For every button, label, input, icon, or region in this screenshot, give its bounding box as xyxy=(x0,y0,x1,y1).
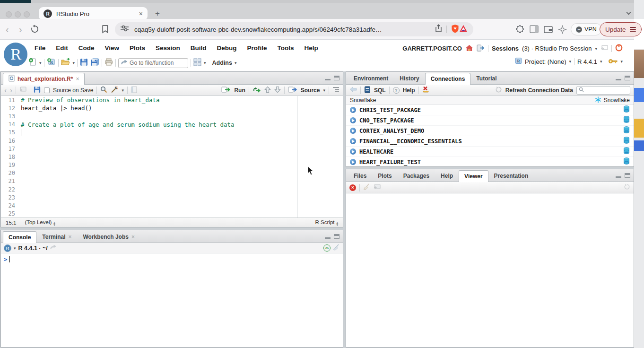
connection-object-row[interactable]: CHRIS_TEST_PACKAGE xyxy=(346,105,634,115)
database-icon[interactable] xyxy=(623,137,630,146)
editor-line-20[interactable]: 20 xyxy=(1,169,343,177)
menu-debug[interactable]: Debug xyxy=(212,44,242,52)
forward-button[interactable]: › xyxy=(19,24,22,35)
sidebar-icon[interactable] xyxy=(530,25,539,35)
sessions-caret-icon[interactable]: ▾ xyxy=(595,46,597,51)
find-replace-icon[interactable] xyxy=(100,86,107,95)
extensions-icon[interactable] xyxy=(515,25,524,36)
share-icon[interactable] xyxy=(435,24,442,35)
menu-edit[interactable]: Edit xyxy=(51,44,73,52)
run-icon[interactable] xyxy=(221,87,231,94)
tab-plots[interactable]: Plots xyxy=(372,170,397,182)
home-icon[interactable] xyxy=(465,44,473,53)
tab-workbench-jobs[interactable]: Workbench Jobs× xyxy=(77,231,140,243)
console-caret-icon[interactable]: ▾ xyxy=(14,246,16,251)
wallet-icon[interactable] xyxy=(544,25,553,35)
run-button[interactable]: Run xyxy=(234,87,245,94)
sql-button[interactable]: SQL xyxy=(374,87,386,94)
menu-session[interactable]: Session xyxy=(150,44,185,52)
source-forward-icon[interactable]: › xyxy=(10,86,12,94)
site-settings-icon[interactable] xyxy=(121,25,129,34)
brave-shield-icon[interactable] xyxy=(451,24,459,35)
maximize-pane-icon[interactable] xyxy=(625,76,630,80)
editor-line-15[interactable]: 15 xyxy=(1,129,343,137)
minimize-pane-icon[interactable] xyxy=(325,76,331,80)
pane-layout-caret-icon[interactable]: ▾ xyxy=(204,61,206,65)
connections-back-icon[interactable] xyxy=(349,87,357,94)
bookmark-icon[interactable] xyxy=(101,25,109,35)
save-all-icon[interactable] xyxy=(90,58,99,68)
expand-icon[interactable] xyxy=(350,159,356,165)
clear-console-icon[interactable] xyxy=(333,244,340,252)
editor-line-25[interactable]: 25 xyxy=(1,210,343,218)
connection-object-row[interactable]: HEART_FAILURE_TEST xyxy=(346,157,634,166)
expand-icon[interactable] xyxy=(350,128,356,134)
editor-line-24[interactable]: 24 xyxy=(1,201,343,209)
tab-history[interactable]: History xyxy=(394,72,425,84)
popout-window-icon[interactable] xyxy=(19,87,26,94)
code-tools-wand-icon[interactable] xyxy=(111,86,118,95)
viewer-popout-icon[interactable] xyxy=(374,184,381,191)
tab-connections[interactable]: Connections xyxy=(425,73,471,85)
expand-icon[interactable] xyxy=(350,117,356,123)
credentials-caret-icon[interactable]: ▾ xyxy=(620,59,623,64)
goto-file-function-box[interactable] xyxy=(118,58,188,68)
sessions-label[interactable]: Sessions xyxy=(492,45,519,52)
tab-close-icon[interactable]: × xyxy=(139,10,143,17)
menu-code[interactable]: Code xyxy=(73,44,100,52)
database-icon[interactable] xyxy=(623,116,630,125)
print-icon[interactable] xyxy=(104,58,113,68)
tab-terminal[interactable]: Terminal× xyxy=(36,231,77,243)
maximize-pane-icon[interactable] xyxy=(334,234,339,239)
reload-button[interactable] xyxy=(30,25,39,35)
viewer-refresh-icon[interactable] xyxy=(624,183,630,191)
database-icon[interactable] xyxy=(623,157,630,166)
sql-icon[interactable] xyxy=(364,86,371,95)
tab-tutorial[interactable]: Tutorial xyxy=(470,72,502,84)
addins-button[interactable]: Addins xyxy=(212,60,232,66)
browser-menu-icon[interactable] xyxy=(630,26,636,33)
menu-help[interactable]: Help xyxy=(299,44,323,52)
disconnect-icon[interactable] xyxy=(422,86,429,94)
expand-icon[interactable] xyxy=(350,107,356,113)
connections-search-input[interactable] xyxy=(586,87,627,93)
open-file-caret-icon[interactable]: ▾ xyxy=(73,61,75,65)
tab-packages[interactable]: Packages xyxy=(398,170,435,182)
editor-line-12[interactable]: 12heart_data |> head() xyxy=(1,104,343,112)
go-down-section-icon[interactable] xyxy=(274,86,281,95)
help-button[interactable]: Help xyxy=(403,87,415,94)
compile-report-icon[interactable] xyxy=(131,86,137,95)
traffic-light-minimize[interactable] xyxy=(15,11,21,17)
tab-help[interactable]: Help xyxy=(435,170,459,182)
new-session-icon[interactable] xyxy=(600,45,608,52)
back-button[interactable]: ‹ xyxy=(6,24,9,35)
pane-layout-grid-icon[interactable] xyxy=(193,58,201,68)
quit-session-power-icon[interactable] xyxy=(615,44,623,53)
source-script-icon[interactable] xyxy=(288,87,297,94)
sign-out-icon[interactable] xyxy=(477,44,485,53)
console-popout-icon[interactable] xyxy=(50,245,57,252)
database-icon[interactable] xyxy=(623,147,630,156)
r-version-selector[interactable]: R 4.4.1 xyxy=(577,58,597,65)
connection-object-row[interactable]: FINANCIAL__ECONOMIC_ESSENTIALS xyxy=(346,136,634,147)
go-up-section-icon[interactable] xyxy=(264,86,271,95)
traffic-light-zoom[interactable] xyxy=(24,11,30,17)
tab-viewer[interactable]: Viewer xyxy=(459,170,488,182)
maximize-pane-icon[interactable] xyxy=(334,76,339,80)
project-caret-icon[interactable]: ▾ xyxy=(569,59,571,64)
editor-line-18[interactable]: 18 xyxy=(1,153,343,161)
project-selector[interactable]: Project: (None) xyxy=(525,58,566,65)
maximize-pane-icon[interactable] xyxy=(625,173,630,178)
tab-console[interactable]: Console xyxy=(3,231,36,243)
address-bar[interactable]: cqaq5y-duloftf-posit-software-pbc-dev.sn… xyxy=(115,22,473,36)
scope-selector[interactable]: (Top Level)▴▾ xyxy=(25,219,55,226)
editor-line-21[interactable]: 21 xyxy=(1,177,343,185)
tab-close-icon[interactable]: × xyxy=(68,234,71,240)
brave-rewards-icon[interactable] xyxy=(459,25,468,35)
tab-environment[interactable]: Environment xyxy=(348,72,394,84)
minimize-pane-icon[interactable] xyxy=(616,173,621,178)
r-version-caret-icon[interactable]: ▾ xyxy=(600,59,602,64)
new-tab-button[interactable]: + xyxy=(155,9,160,18)
database-icon[interactable] xyxy=(623,126,630,135)
menu-view[interactable]: View xyxy=(100,44,125,52)
